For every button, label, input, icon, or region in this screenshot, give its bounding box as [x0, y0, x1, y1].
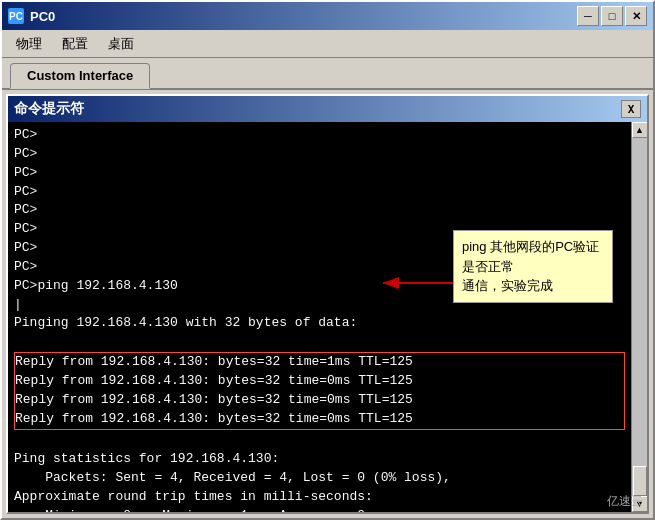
- watermark: 亿速云: [607, 493, 643, 510]
- tab-bar: Custom Interface: [2, 58, 653, 90]
- close-button[interactable]: ✕: [625, 6, 647, 26]
- main-window: PC PC0 ─ □ ✕ 物理 配置 桌面 Custom Interface 命…: [0, 0, 655, 520]
- scroll-up-arrow[interactable]: ▲: [632, 122, 648, 138]
- title-bar: PC PC0 ─ □ ✕: [2, 2, 653, 30]
- terminal-title-text: 命令提示符: [14, 100, 84, 118]
- arrow-annotation: [378, 268, 458, 302]
- title-bar-buttons: ─ □ ✕: [577, 6, 647, 26]
- maximize-button[interactable]: □: [601, 6, 623, 26]
- terminal-output: PC> PC> PC> PC> PC> PC> PC> PC> PC>ping …: [14, 126, 625, 512]
- tab-custom-interface[interactable]: Custom Interface: [10, 63, 150, 89]
- scrollbar-thumb[interactable]: [633, 466, 647, 496]
- callout-annotation: ping 其他网段的PC验证是否正常 通信，实验完成: [453, 230, 613, 303]
- title-bar-text: PC PC0: [8, 8, 55, 24]
- menu-item-config[interactable]: 配置: [52, 30, 98, 57]
- scrollbar-track: [632, 138, 647, 496]
- terminal-content[interactable]: PC> PC> PC> PC> PC> PC> PC> PC> PC>ping …: [8, 122, 631, 512]
- arrow-svg: [378, 268, 458, 298]
- terminal-close-button[interactable]: X: [621, 100, 641, 118]
- minimize-button[interactable]: ─: [577, 6, 599, 26]
- content-area: 命令提示符 X PC> PC> PC> PC> PC> PC> PC> PC> …: [2, 90, 653, 518]
- terminal-window: 命令提示符 X PC> PC> PC> PC> PC> PC> PC> PC> …: [6, 94, 649, 514]
- terminal-body: PC> PC> PC> PC> PC> PC> PC> PC> PC>ping …: [8, 122, 647, 512]
- terminal-title-bar: 命令提示符 X: [8, 96, 647, 122]
- window-icon: PC: [8, 8, 24, 24]
- menu-item-physics[interactable]: 物理: [6, 30, 52, 57]
- menu-item-desktop[interactable]: 桌面: [98, 30, 144, 57]
- vertical-scrollbar[interactable]: ▲ ▼: [631, 122, 647, 512]
- menu-bar: 物理 配置 桌面: [2, 30, 653, 58]
